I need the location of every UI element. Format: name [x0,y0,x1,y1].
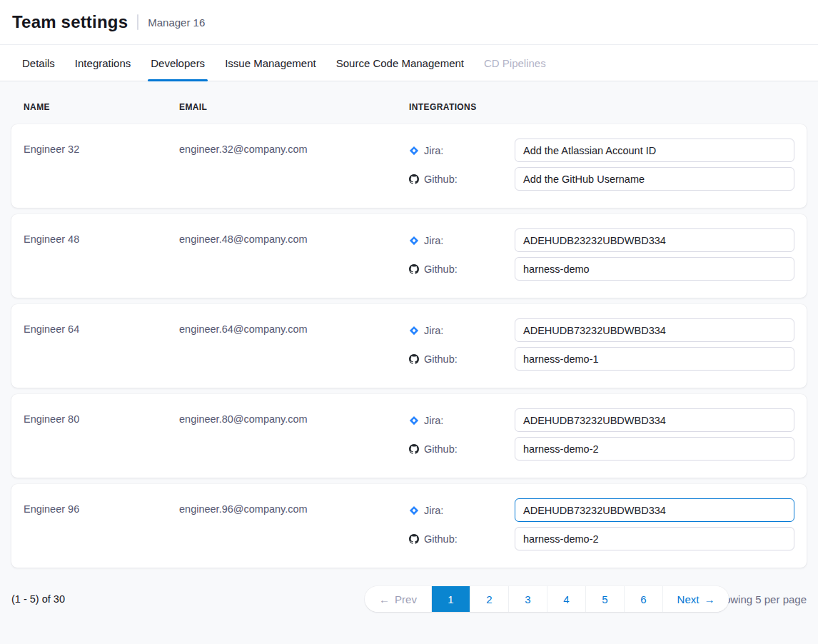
github-icon [409,174,419,184]
github-input[interactable] [515,437,794,461]
github-icon [409,264,419,274]
jira-label-group: Jira: [409,415,515,426]
table-row: Engineer 64 engineer.64@company.com Jira… [11,304,807,388]
tab-details[interactable]: Details [12,45,65,81]
page-subtitle: Manager 16 [148,16,205,29]
page-button-6[interactable]: 6 [624,586,662,612]
page-header: Team settings Manager 16 [0,0,818,44]
page-button-5[interactable]: 5 [585,586,624,612]
tab-integrations[interactable]: Integrations [65,45,141,81]
jira-label: Jira: [424,415,443,426]
jira-label-group: Jira: [409,325,515,336]
page-button-4[interactable]: 4 [547,586,585,612]
github-label-group: Github: [409,263,515,275]
jira-label-group: Jira: [409,145,515,156]
jira-label: Jira: [424,235,443,246]
developer-email: engineer.32@company.com [179,139,409,191]
next-label: Next [677,593,700,605]
page-button-1[interactable]: 1 [431,586,470,612]
tab-source-code-management[interactable]: Source Code Management [326,45,474,81]
github-input[interactable] [515,527,794,550]
tab-cd-pipelines: CD Pipelines [474,45,556,81]
developer-email: engineer.96@company.com [179,498,409,550]
integrations-cell: Jira: Github: [409,498,794,550]
jira-label-group: Jira: [409,235,515,246]
tab-bar: Details Integrations Developers Issue Ma… [0,44,818,81]
developer-name: Engineer 48 [24,228,179,281]
github-label-group: Github: [409,353,515,365]
prev-label: Prev [395,593,417,605]
github-label-group: Github: [409,173,515,185]
jira-input[interactable] [515,228,794,252]
table-row: Engineer 96 engineer.96@company.com Jira… [11,484,807,568]
developer-name: Engineer 80 [24,408,179,461]
jira-icon [409,146,419,156]
developers-panel: NAME EMAIL INTEGRATIONS Engineer 32 engi… [0,81,818,644]
jira-input[interactable] [515,139,794,162]
jira-label: Jira: [424,145,443,156]
jira-label: Jira: [424,325,443,336]
table-row: Engineer 48 engineer.48@company.com Jira… [11,214,807,298]
next-page-button[interactable]: Next → [662,586,729,612]
github-label: Github: [424,533,458,545]
column-header-name: NAME [24,102,179,112]
page-button-2[interactable]: 2 [470,586,508,612]
github-icon [409,354,419,364]
column-header-integrations: INTEGRATIONS [409,102,794,112]
developer-name: Engineer 32 [24,139,179,191]
jira-icon [409,416,419,426]
github-label: Github: [424,443,458,455]
page-title: Team settings [12,12,128,32]
jira-icon [409,326,419,336]
github-input[interactable] [515,347,794,371]
pagination-bar: (1 - 5) of 30 ← Prev 1 2 3 4 5 6 Next → … [11,586,807,612]
arrow-left-icon: ← [379,594,390,605]
result-range-label: (1 - 5) of 30 [11,593,65,605]
jira-input-focused[interactable] [515,498,794,522]
github-icon [409,534,419,544]
integrations-cell: Jira: Github: [409,318,794,371]
prev-page-button[interactable]: ← Prev [365,586,431,612]
arrow-right-icon: → [704,594,715,605]
integrations-cell: Jira: Github: [409,139,794,191]
title-divider [137,14,138,30]
developer-email: engineer.80@company.com [179,408,409,461]
developer-email: engineer.48@company.com [179,228,409,281]
github-label: Github: [424,353,458,365]
page-button-3[interactable]: 3 [508,586,547,612]
github-icon [409,444,419,454]
github-label-group: Github: [409,533,515,545]
table-column-headers: NAME EMAIL INTEGRATIONS [11,102,807,112]
integrations-cell: Jira: Github: [409,228,794,281]
jira-label-group: Jira: [409,505,515,516]
integrations-cell: Jira: Github: [409,408,794,461]
table-row: Engineer 80 engineer.80@company.com Jira… [11,394,807,478]
table-row: Engineer 32 engineer.32@company.com Jira… [11,124,807,208]
jira-icon [409,505,419,515]
github-label: Github: [424,263,458,275]
github-label: Github: [424,173,458,185]
jira-label: Jira: [424,505,443,516]
github-input[interactable] [515,257,794,281]
developer-name: Engineer 96 [24,498,179,550]
github-label-group: Github: [409,443,515,455]
developer-name: Engineer 64 [24,318,179,371]
jira-input[interactable] [515,318,794,342]
github-input[interactable] [515,167,794,191]
pager: ← Prev 1 2 3 4 5 6 Next → [365,586,729,612]
column-header-email: EMAIL [179,102,409,112]
tab-developers[interactable]: Developers [141,45,215,81]
tab-issue-management[interactable]: Issue Management [215,45,326,81]
developer-email: engineer.64@company.com [179,318,409,371]
jira-input[interactable] [515,408,794,432]
jira-icon [409,236,419,246]
